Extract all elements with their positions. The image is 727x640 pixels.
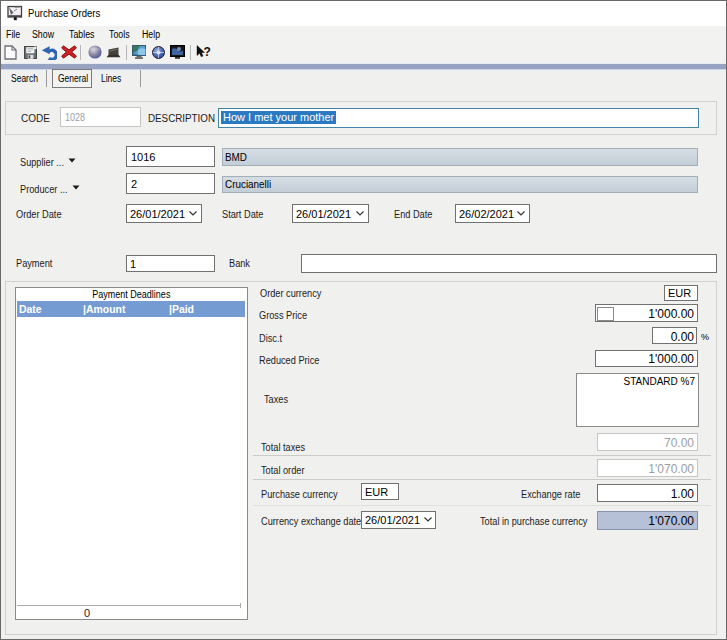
svg-text:?: ? [204,45,211,59]
